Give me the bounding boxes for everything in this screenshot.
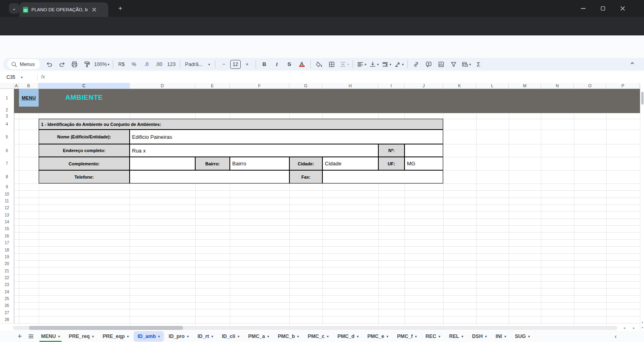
column-header-N[interactable]: N <box>541 83 574 89</box>
tab-scroll-left-chevron[interactable]: ‹ <box>615 333 617 340</box>
vscroll-up-arrow[interactable]: ▲ <box>640 319 644 325</box>
menu-link-cell[interactable]: MENU <box>19 89 39 107</box>
sheet-tab-PMC_d[interactable]: PMC_d▾ <box>333 331 362 342</box>
column-header-I[interactable]: I <box>378 83 405 89</box>
functions-button[interactable]: Σ <box>473 59 485 70</box>
horizontal-align-button[interactable]: ▾ <box>355 59 367 70</box>
column-header-E[interactable]: E <box>195 83 230 89</box>
chevron-down-icon[interactable]: ▾ <box>58 335 60 338</box>
vscroll-thumb[interactable] <box>641 92 644 105</box>
chevron-down-icon[interactable]: ▾ <box>504 335 506 338</box>
insert-comment-button[interactable] <box>423 59 435 70</box>
cell-nome-value[interactable]: Edificio Paineiras <box>130 130 443 144</box>
hscroll-thumb[interactable] <box>29 326 183 330</box>
row-header-14[interactable]: 14 <box>0 218 14 225</box>
decrease-decimals-button[interactable]: .0 <box>140 59 153 70</box>
window-maximize-button[interactable] <box>599 5 607 12</box>
column-header-G[interactable]: G <box>289 83 322 89</box>
column-header-B[interactable]: B <box>19 83 39 89</box>
column-header-D[interactable]: D <box>130 83 195 89</box>
row-header-15[interactable]: 15 <box>0 225 14 232</box>
text-rotation-button[interactable]: ▾ <box>393 59 405 70</box>
cell-telefone-label[interactable]: Telefone: <box>39 170 130 183</box>
sheet-tab-INI[interactable]: INI▾ <box>491 331 510 342</box>
sheet-tab-PMC_f[interactable]: PMC_f▾ <box>393 331 421 342</box>
merge-cells-button[interactable]: ▾ <box>338 59 350 70</box>
cell-nome-label[interactable]: Nome (Edifício/Entidade): <box>39 130 130 144</box>
chevron-down-icon[interactable]: ▾ <box>528 335 530 338</box>
cell-fax-label[interactable]: Fax: <box>289 170 322 183</box>
cell-endereco-value[interactable]: Rua x <box>130 144 378 157</box>
hscroll-right-arrow[interactable]: ► <box>630 326 638 330</box>
row-header-22[interactable]: 22 <box>0 274 14 281</box>
chevron-down-icon[interactable]: ▾ <box>92 335 94 338</box>
sheet-tab-ID_cli[interactable]: ID_cli▾ <box>218 331 243 342</box>
row-header-4[interactable]: 4 <box>0 119 14 130</box>
cell-endereco-label[interactable]: Endereço completo: <box>39 144 130 157</box>
format-currency-button[interactable]: R$ <box>116 59 128 70</box>
sheet-tab-PMC_c[interactable]: PMC_c▾ <box>304 331 333 342</box>
window-minimize-button[interactable] <box>580 5 587 12</box>
column-header-C[interactable]: C <box>39 83 130 89</box>
row-header-16[interactable]: 16 <box>0 232 14 239</box>
sheet-tab-SUG[interactable]: SUG▾ <box>511 331 534 342</box>
cell-cidade-value[interactable]: Cidade <box>322 157 378 170</box>
cell-empty[interactable] <box>322 170 443 183</box>
vertical-align-button[interactable]: ▾ <box>368 59 380 70</box>
name-box[interactable]: C35▾ <box>4 73 37 81</box>
sheet-tab-ID_rt[interactable]: ID_rt▾ <box>194 331 217 342</box>
cell-numero-label[interactable]: Nº: <box>378 144 405 157</box>
sheet-tab-PMC_e[interactable]: PMC_e▾ <box>363 331 392 342</box>
window-close-button[interactable] <box>619 5 626 12</box>
row-header-9[interactable]: 9 <box>0 183 14 190</box>
tab-close-icon[interactable] <box>91 6 98 13</box>
bold-button[interactable]: B <box>258 59 270 70</box>
redo-button[interactable] <box>56 59 68 70</box>
row-header-24[interactable]: 24 <box>0 288 14 295</box>
undo-button[interactable] <box>43 59 56 70</box>
cell-complemento-label[interactable]: Complemento: <box>39 157 130 170</box>
new-tab-button[interactable]: + <box>116 4 125 13</box>
font-select[interactable]: Padrã...▾ <box>183 59 213 70</box>
sheet-tab-PRE_eqp[interactable]: PRE_eqp▾ <box>99 331 133 342</box>
column-header-K[interactable]: K <box>443 83 476 89</box>
column-header-P[interactable]: P <box>606 83 640 89</box>
chevron-down-icon[interactable]: ▾ <box>485 335 487 338</box>
column-header-H[interactable]: H <box>322 83 378 89</box>
toolbar-search[interactable]: Menus <box>7 59 40 69</box>
zoom-select[interactable]: 100%▾ <box>93 59 110 70</box>
row-header-23[interactable]: 23 <box>0 281 14 288</box>
cell-empty[interactable] <box>130 157 195 170</box>
format-percent-button[interactable]: % <box>128 59 140 70</box>
strikethrough-button[interactable]: S <box>283 59 295 70</box>
chevron-down-icon[interactable]: ▾ <box>415 335 417 338</box>
all-sheets-button[interactable] <box>26 331 36 342</box>
chevron-down-icon[interactable]: ▾ <box>386 335 388 338</box>
chevron-down-icon[interactable]: ▾ <box>127 335 129 338</box>
row-header-20[interactable]: 20 <box>0 260 14 267</box>
chevron-down-icon[interactable]: ▾ <box>462 335 463 338</box>
sheet-tab-ID_pro[interactable]: ID_pro▾ <box>165 331 193 342</box>
cell-bairro-value[interactable]: Bairro <box>230 157 289 170</box>
chevron-down-icon[interactable]: ▾ <box>267 335 269 338</box>
cell-empty[interactable] <box>405 144 443 157</box>
row-header-6[interactable]: 6 <box>0 144 14 157</box>
row-header-2[interactable]: 2 <box>0 107 14 113</box>
sheet-tab-DSH[interactable]: DSH▾ <box>468 331 491 342</box>
cell-uf-label[interactable]: UF: <box>378 157 405 170</box>
chevron-down-icon[interactable]: ▾ <box>158 335 160 338</box>
row-header-19[interactable]: 19 <box>0 253 14 260</box>
row-header-17[interactable]: 17 <box>0 239 14 246</box>
cell-bairro-label[interactable]: Bairro: <box>195 157 230 170</box>
fill-color-button[interactable] <box>313 59 325 70</box>
row-header-12[interactable]: 12 <box>0 204 14 211</box>
chevron-down-icon[interactable]: ▾ <box>357 335 359 338</box>
add-sheet-button[interactable]: + <box>14 331 25 342</box>
row-header-27[interactable]: 27 <box>0 309 14 316</box>
grid-corner-cell[interactable] <box>0 83 14 89</box>
cell-uf-value[interactable]: MG <box>405 157 443 170</box>
cell-section-title[interactable]: 1 - Identificação do Ambiente ou Conjunt… <box>39 119 443 130</box>
row-header-8[interactable]: 8 <box>0 170 14 183</box>
row-header-10[interactable]: 10 <box>0 190 14 198</box>
text-color-button[interactable]: A <box>296 59 308 70</box>
